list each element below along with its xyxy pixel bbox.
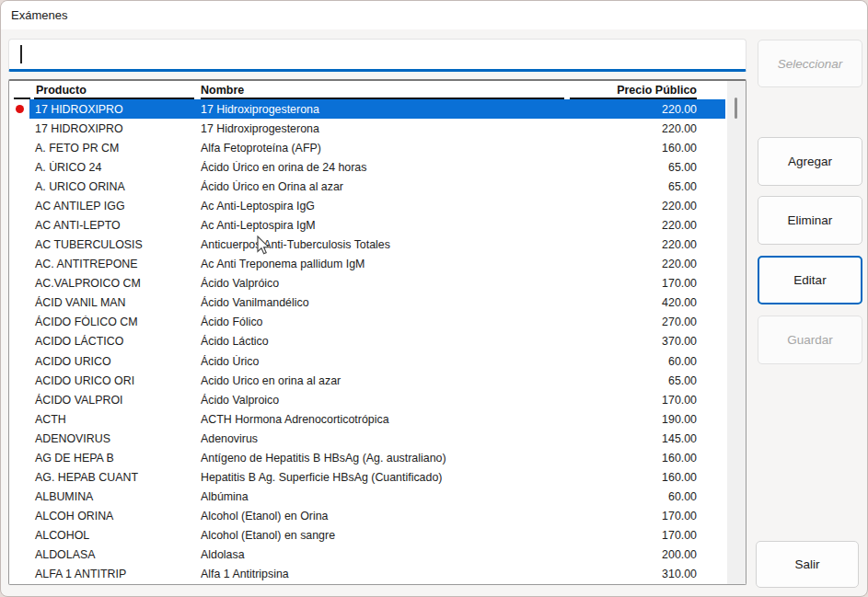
row-content: ACIDO URICOÁcido Úrico60.00 <box>29 351 725 371</box>
editar-button[interactable]: Editar <box>758 256 862 304</box>
cell-nombre: Acido Urico en orina al azar <box>201 374 570 387</box>
scrollbar-thumb[interactable] <box>735 98 737 119</box>
table-row[interactable]: ACIDO URICOÁcido Úrico60.00 <box>9 351 727 371</box>
row-marker-cell <box>9 409 29 429</box>
agregar-button[interactable]: Agregar <box>758 137 862 186</box>
cell-producto: AC ANTILEP IGG <box>29 200 201 212</box>
row-content: ACIDO LÁCTICOÁcido Láctico370.00 <box>29 332 725 351</box>
table-row[interactable]: ÁCID VANIL MANÁcido Vanilmandélico420.00 <box>9 293 727 313</box>
column-header-nombre[interactable]: Nombre <box>201 83 564 99</box>
cell-producto: ACTH <box>29 413 201 426</box>
row-content: AG. HEPAB CUANTHepatitis B Ag. Superfici… <box>29 467 725 487</box>
row-marker-cell <box>9 390 29 409</box>
row-content: ÁCIDO VALPROIÁcido Valproico170.00 <box>29 390 725 409</box>
cell-nombre: Ácido Láctico <box>201 335 570 348</box>
cell-producto: ALCOH ORINA <box>29 510 201 522</box>
cell-nombre: Ácido Valpróico <box>201 277 570 290</box>
table-row[interactable]: ÁCIDO VALPROIÁcido Valproico170.00 <box>9 390 727 409</box>
table-row[interactable]: ALDOLASAAldolasa200.00 <box>9 545 727 565</box>
cell-nombre: 17 Hidroxiprogesterona <box>201 103 570 116</box>
column-header-marker[interactable] <box>14 83 30 99</box>
row-marker-cell <box>9 371 29 390</box>
cell-precio: 220.00 <box>570 258 697 270</box>
cell-precio: 160.00 <box>570 471 697 484</box>
seleccionar-button[interactable]: Seleccionar <box>758 40 862 87</box>
table-row[interactable]: AC.VALPROICO CMÁcido Valpróico170.00 <box>9 274 727 293</box>
table-row[interactable]: ACTHACTH Hormona Adrenocorticotrópica190… <box>9 409 727 429</box>
cell-precio: 65.00 <box>570 374 697 387</box>
cell-nombre: Adenovirus <box>201 432 570 445</box>
column-header-precio[interactable]: Precio Público <box>570 83 697 99</box>
table-row[interactable]: ALCOHOLAlcohol (Etanol) en sangre170.00 <box>9 526 727 545</box>
row-content: AC ANTI-LEPTOAc Anti-Leptospira IgM220.0… <box>29 215 725 235</box>
row-marker-cell <box>9 235 29 255</box>
cell-producto: AC TUBERCULOSIS <box>29 238 201 251</box>
cell-precio: 160.00 <box>570 142 697 155</box>
table-row[interactable]: A. ÚRICO 24Ácido Úrico en orina de 24 ho… <box>9 157 727 177</box>
row-content: ALBUMINAAlbúmina60.00 <box>29 488 725 507</box>
cell-producto: AC.VALPROICO CM <box>29 277 201 290</box>
cell-producto: ACIDO URICO ORI <box>29 374 201 387</box>
row-marker-cell <box>9 448 29 467</box>
row-marker-cell <box>9 351 29 371</box>
table-row[interactable]: ALBUMINAAlbúmina60.00 <box>9 488 727 507</box>
row-content: ÁCID VANIL MANÁcido Vanilmandélico420.00 <box>29 293 725 313</box>
vertical-scrollbar[interactable] <box>727 81 746 584</box>
row-marker-cell <box>9 293 29 313</box>
table-row[interactable]: ALFA 1 ANTITRIPAlfa 1 Antitripsina310.00 <box>9 565 727 584</box>
table-row[interactable]: AG. HEPAB CUANTHepatitis B Ag. Superfici… <box>9 467 727 487</box>
cell-nombre: Ácido Úrico <box>201 355 570 368</box>
cell-nombre: Ácido Úrico en orina de 24 horas <box>201 161 570 174</box>
salir-button[interactable]: Salir <box>756 541 859 588</box>
cell-producto: ACIDO URICO <box>29 355 201 368</box>
row-content: A. FETO PR CMAlfa Fetoproteína (AFP)160.… <box>29 138 725 157</box>
cell-precio: 220.00 <box>570 219 697 232</box>
cell-precio: 420.00 <box>570 296 697 309</box>
table-row[interactable]: A. URICO ORINAÁcido Úrico en Orina al az… <box>9 177 727 196</box>
table-row[interactable]: ÁCIDO FÓLICO CMÁcido Fólico270.00 <box>9 313 727 332</box>
table-row[interactable]: ALCOH ORINAAlcohol (Etanol) en Orina170.… <box>9 507 727 526</box>
cell-nombre: Alcohol (Etanol) en sangre <box>201 529 570 542</box>
table-row[interactable]: 17 HIDROXIPRO17 Hidroxiprogesterona220.0… <box>9 119 727 138</box>
row-marker-cell <box>9 507 29 526</box>
cell-producto: ÁCID VANIL MAN <box>29 296 201 309</box>
cell-precio: 170.00 <box>570 529 697 542</box>
exam-list-content: Producto Nombre Precio Público 17 HIDROX… <box>9 81 727 584</box>
table-row[interactable]: AC ANTILEP IGGAc Anti-Leptospira IgG220.… <box>9 196 727 215</box>
row-marker-cell <box>9 274 29 293</box>
table-row[interactable]: 17 HIDROXIPRO17 Hidroxiprogesterona220.0… <box>9 99 727 119</box>
row-marker-cell <box>9 565 29 584</box>
row-content: ÁCIDO FÓLICO CMÁcido Fólico270.00 <box>29 313 725 332</box>
cell-nombre: Ácido Úrico en Orina al azar <box>201 180 570 193</box>
cell-precio: 160.00 <box>570 452 697 465</box>
cell-precio: 60.00 <box>570 355 697 368</box>
table-row[interactable]: AC ANTI-LEPTOAc Anti-Leptospira IgM220.0… <box>9 215 727 235</box>
cell-precio: 65.00 <box>570 161 697 174</box>
eliminar-button[interactable]: Eliminar <box>758 196 862 245</box>
cell-nombre: Alcohol (Etanol) en Orina <box>201 510 570 522</box>
row-content: AC ANTILEP IGGAc Anti-Leptospira IgG220.… <box>29 196 725 215</box>
cell-precio: 310.00 <box>570 568 697 580</box>
table-row[interactable]: ACIDO LÁCTICOÁcido Láctico370.00 <box>9 332 727 351</box>
table-row[interactable]: AG DE HEPA BAntígeno de Hepatitis B HBsA… <box>9 448 727 467</box>
cell-producto: AC ANTI-LEPTO <box>29 219 201 232</box>
row-content: ACTHACTH Hormona Adrenocorticotrópica190… <box>29 409 725 429</box>
cell-producto: ALCOHOL <box>29 529 201 542</box>
examenes-dialog: Exámenes Producto Nombre Precio Público … <box>0 0 868 597</box>
table-row[interactable]: A. FETO PR CMAlfa Fetoproteína (AFP)160.… <box>9 138 727 157</box>
cell-nombre: Anticuerpos Anti-Tuberculosis Totales <box>201 238 570 251</box>
table-row[interactable]: AC. ANTITREPONEAc Anti Treponema pallidu… <box>9 255 727 274</box>
row-content: 17 HIDROXIPRO17 Hidroxiprogesterona220.0… <box>29 99 725 119</box>
cell-producto: A. URICO ORINA <box>29 180 201 193</box>
table-row[interactable]: AC TUBERCULOSISAnticuerpos Anti-Tubercul… <box>9 235 727 255</box>
cell-precio: 220.00 <box>570 200 697 212</box>
exam-list[interactable]: Producto Nombre Precio Público 17 HIDROX… <box>8 79 746 585</box>
list-rows: 17 HIDROXIPRO17 Hidroxiprogesterona220.0… <box>9 99 727 584</box>
search-input[interactable] <box>8 39 746 72</box>
column-header-producto[interactable]: Producto <box>34 83 194 99</box>
cell-precio: 170.00 <box>570 394 697 407</box>
table-row[interactable]: ACIDO URICO ORIAcido Urico en orina al a… <box>9 371 727 390</box>
table-row[interactable]: ADENOVIRUSAdenovirus145.00 <box>9 429 727 448</box>
guardar-button[interactable]: Guardar <box>758 316 862 364</box>
cell-producto: AC. ANTITREPONE <box>29 258 201 270</box>
